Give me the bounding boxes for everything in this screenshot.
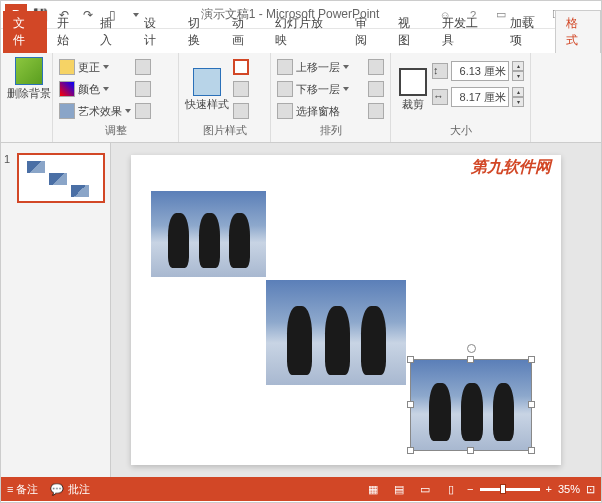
resize-handle-nw[interactable]: [407, 356, 414, 363]
picture-layout-button[interactable]: [233, 101, 249, 121]
slide-sorter-button[interactable]: ▤: [389, 481, 409, 497]
tab-format[interactable]: 格式: [555, 10, 601, 53]
crop-button[interactable]: 裁剪: [397, 57, 428, 121]
resize-handle-se[interactable]: [528, 447, 535, 454]
reading-view-button[interactable]: ▭: [415, 481, 435, 497]
zoom-out-button[interactable]: −: [467, 483, 473, 495]
zoom-percentage[interactable]: 35%: [558, 483, 580, 495]
resize-handle-s[interactable]: [467, 447, 474, 454]
picture-styles-group-label: 图片样式: [185, 121, 264, 138]
rotate-handle[interactable]: [467, 344, 476, 353]
fit-to-window-button[interactable]: ⊡: [586, 483, 595, 496]
zoom-in-button[interactable]: +: [546, 483, 552, 495]
notes-button[interactable]: ≡ 备注: [7, 482, 38, 497]
width-up[interactable]: ▴: [512, 87, 524, 97]
slide-thumbnail-1[interactable]: 1: [9, 153, 102, 203]
tab-design[interactable]: 设计: [134, 11, 178, 53]
slide-thumbnail-panel: 1: [1, 143, 111, 477]
effects-icon: [233, 81, 249, 97]
adjust-group-label: 调整: [59, 121, 172, 138]
image-penguins-3-selected[interactable]: [411, 360, 531, 450]
remove-bg-icon: [15, 57, 43, 85]
watermark-text: 第九软件网: [471, 157, 551, 178]
comments-button[interactable]: 💬 批注: [50, 482, 89, 497]
corrections-icon: [59, 59, 75, 75]
arrange-group-label: 排列: [277, 121, 384, 138]
selection-pane-icon: [277, 103, 293, 119]
tab-addins[interactable]: 加载项: [500, 11, 556, 53]
height-icon: ↕: [432, 63, 448, 79]
compress-icon: [135, 59, 151, 75]
slide-canvas[interactable]: 第九软件网: [131, 155, 561, 465]
size-group-label: 大小: [397, 121, 524, 138]
quick-styles-icon: [193, 68, 221, 96]
reset-pic-icon: [135, 103, 151, 119]
resize-handle-sw[interactable]: [407, 447, 414, 454]
tab-slideshow[interactable]: 幻灯片放映: [265, 11, 344, 53]
picture-border-button[interactable]: [233, 57, 249, 77]
normal-view-button[interactable]: ▦: [363, 481, 383, 497]
send-backward-icon: [277, 81, 293, 97]
remove-background-button[interactable]: 删除背景: [7, 57, 51, 99]
height-down[interactable]: ▾: [512, 71, 524, 81]
layout-icon: [233, 103, 249, 119]
change-picture-button[interactable]: [135, 79, 151, 99]
tab-home[interactable]: 开始: [47, 11, 91, 53]
tab-insert[interactable]: 插入: [90, 11, 134, 53]
tab-view[interactable]: 视图: [388, 11, 432, 53]
reset-picture-button[interactable]: [135, 101, 151, 121]
color-icon: [59, 81, 75, 97]
zoom-slider[interactable]: [480, 488, 540, 491]
quick-styles-button[interactable]: 快速样式: [185, 57, 229, 121]
width-input[interactable]: 8.17 厘米: [451, 87, 509, 107]
crop-icon: [399, 68, 427, 96]
tab-animations[interactable]: 动画: [222, 11, 266, 53]
bring-forward-icon: [277, 59, 293, 75]
artistic-icon: [59, 103, 75, 119]
resize-handle-e[interactable]: [528, 401, 535, 408]
bring-forward-button[interactable]: 上移一层: [277, 57, 384, 77]
image-penguins-2[interactable]: [266, 280, 406, 385]
border-icon: [233, 59, 249, 75]
tab-review[interactable]: 审阅: [345, 11, 389, 53]
width-down[interactable]: ▾: [512, 97, 524, 107]
send-backward-button[interactable]: 下移一层: [277, 79, 384, 99]
height-field-row: ↕ 6.13 厘米 ▴▾: [432, 61, 524, 81]
width-icon: ↔: [432, 89, 448, 105]
width-field-row: ↔ 8.17 厘米 ▴▾: [432, 87, 524, 107]
selection-pane-button[interactable]: 选择窗格: [277, 101, 384, 121]
height-input[interactable]: 6.13 厘米: [451, 61, 509, 81]
color-button[interactable]: 颜色: [59, 79, 131, 99]
resize-handle-n[interactable]: [467, 356, 474, 363]
compress-pictures-button[interactable]: [135, 57, 151, 77]
artistic-effects-button[interactable]: 艺术效果: [59, 101, 131, 121]
group-icon: [368, 81, 384, 97]
change-pic-icon: [135, 81, 151, 97]
align-icon: [368, 59, 384, 75]
resize-handle-ne[interactable]: [528, 356, 535, 363]
zoom-slider-thumb[interactable]: [500, 484, 506, 494]
picture-effects-button[interactable]: [233, 79, 249, 99]
rotate-icon: [368, 103, 384, 119]
slide-editor[interactable]: 第九软件网: [111, 143, 601, 477]
tab-transitions[interactable]: 切换: [178, 11, 222, 53]
corrections-button[interactable]: 更正: [59, 57, 131, 77]
slideshow-view-button[interactable]: ▯: [441, 481, 461, 497]
tab-developer[interactable]: 开发工具: [432, 11, 499, 53]
tab-file[interactable]: 文件: [3, 11, 47, 53]
resize-handle-w[interactable]: [407, 401, 414, 408]
height-up[interactable]: ▴: [512, 61, 524, 71]
image-penguins-1[interactable]: [151, 191, 266, 277]
